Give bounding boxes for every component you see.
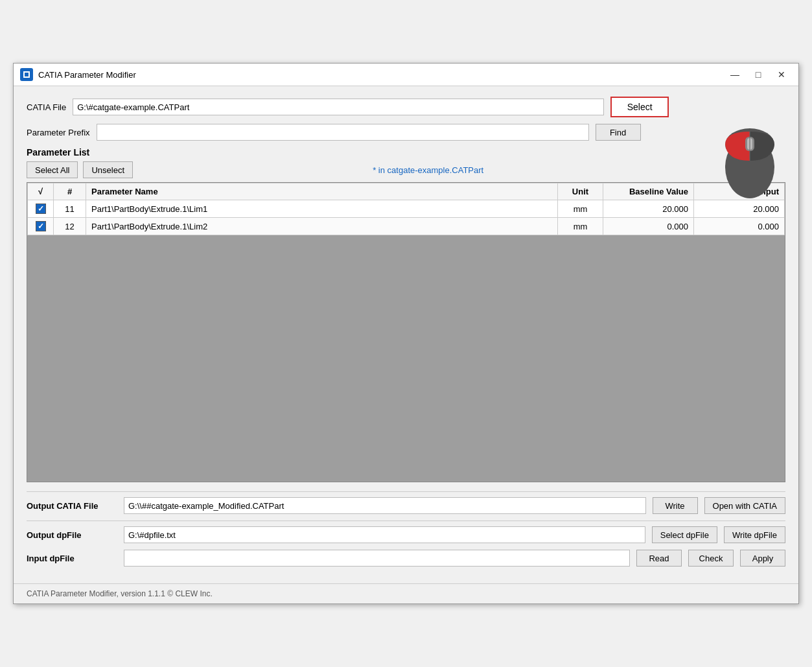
col-baseline: Baseline Value <box>603 183 694 200</box>
open-with-catia-button[interactable]: Open with CATIA <box>704 497 785 514</box>
row-check[interactable]: ✓ <box>28 218 54 235</box>
row-param-name: Part1\PartBody\Extrude.1\Lim1 <box>86 200 558 218</box>
check-button[interactable]: Check <box>688 550 734 567</box>
catia-file-select-button[interactable]: Select <box>610 97 669 117</box>
table-row[interactable]: ✓ 11 Part1\PartBody\Extrude.1\Lim1 mm 20… <box>28 200 785 218</box>
mouse-icon <box>721 125 779 200</box>
col-number: # <box>54 183 86 200</box>
row-check[interactable]: ✓ <box>28 200 54 218</box>
svg-rect-2 <box>25 73 29 76</box>
footer-text: CATIA Parameter Modifier, version 1.1.1 … <box>27 589 213 598</box>
unselect-button[interactable]: Unselect <box>83 161 133 178</box>
separator-1 <box>27 491 785 492</box>
row-baseline: 20.000 <box>603 200 694 218</box>
catia-file-label: CATIA File <box>27 102 66 112</box>
row-baseline: 0.000 <box>603 218 694 235</box>
catia-file-input[interactable] <box>73 99 604 115</box>
titlebar: CATIA Parameter Modifier — □ ✕ <box>14 64 798 86</box>
col-unit: Unit <box>558 183 603 200</box>
separator-2 <box>27 521 785 521</box>
parameter-table-container: √ # Parameter Name Unit Baseline Value U… <box>27 182 785 482</box>
row-param-name: Part1\PartBody\Extrude.1\Lim2 <box>86 218 558 235</box>
close-button[interactable]: ✕ <box>771 67 792 82</box>
col-name: Parameter Name <box>86 183 558 200</box>
maximize-button[interactable]: □ <box>748 67 769 82</box>
row-unit: mm <box>558 218 603 235</box>
parameter-list-section: Parameter List Select All Unselect * in … <box>27 147 785 482</box>
parameter-list-heading: Parameter List <box>27 147 785 158</box>
select-dpfile-button[interactable]: Select dpFile <box>652 526 717 543</box>
output-dp-row: Output dpFile Select dpFile Write dpFile <box>27 526 785 543</box>
select-all-button[interactable]: Select All <box>27 161 78 178</box>
table-empty-area <box>27 235 785 482</box>
parameter-table: √ # Parameter Name Unit Baseline Value U… <box>27 183 785 235</box>
parameter-prefix-input[interactable] <box>97 124 589 141</box>
app-icon <box>20 68 33 81</box>
input-dp-row: Input dpFile Read Check Apply <box>27 550 785 567</box>
parameter-list-info: * in catgate-example.CATPart <box>373 165 483 175</box>
minimize-button[interactable]: — <box>725 67 745 82</box>
window-title: CATIA Parameter Modifier <box>38 70 719 80</box>
write-button[interactable]: Write <box>653 497 698 514</box>
read-button[interactable]: Read <box>636 550 682 567</box>
row-user-input[interactable] <box>694 200 785 218</box>
write-dpfile-button[interactable]: Write dpFile <box>724 526 785 543</box>
row-number: 11 <box>54 200 86 218</box>
output-catia-row: Output CATIA File Write Open with CATIA <box>27 497 785 514</box>
find-button[interactable]: Find <box>596 124 641 141</box>
output-catia-label: Output CATIA File <box>27 501 117 511</box>
input-dp-label: Input dpFile <box>27 554 117 563</box>
output-dp-label: Output dpFile <box>27 530 117 540</box>
input-dp-input[interactable] <box>124 550 630 567</box>
row-number: 12 <box>54 218 86 235</box>
footer: CATIA Parameter Modifier, version 1.1.1 … <box>14 583 798 603</box>
output-dp-input[interactable] <box>124 526 645 543</box>
parameter-list-controls: Select All Unselect * in catgate-example… <box>27 161 785 178</box>
output-catia-input[interactable] <box>124 497 646 514</box>
table-row[interactable]: ✓ 12 Part1\PartBody\Extrude.1\Lim2 mm 0.… <box>28 218 785 235</box>
main-window: CATIA Parameter Modifier — □ ✕ CATIA Fil… <box>13 63 799 604</box>
parameter-prefix-label: Parameter Prefix <box>27 128 90 137</box>
catia-file-row: CATIA File Select <box>27 97 785 117</box>
row-user-input[interactable] <box>694 218 785 235</box>
apply-button[interactable]: Apply <box>740 550 785 567</box>
mouse-illustration <box>721 125 779 202</box>
col-check: √ <box>28 183 54 200</box>
row-unit: mm <box>558 200 603 218</box>
window-controls: — □ ✕ <box>725 67 792 82</box>
parameter-prefix-row: Parameter Prefix Find <box>27 124 785 141</box>
